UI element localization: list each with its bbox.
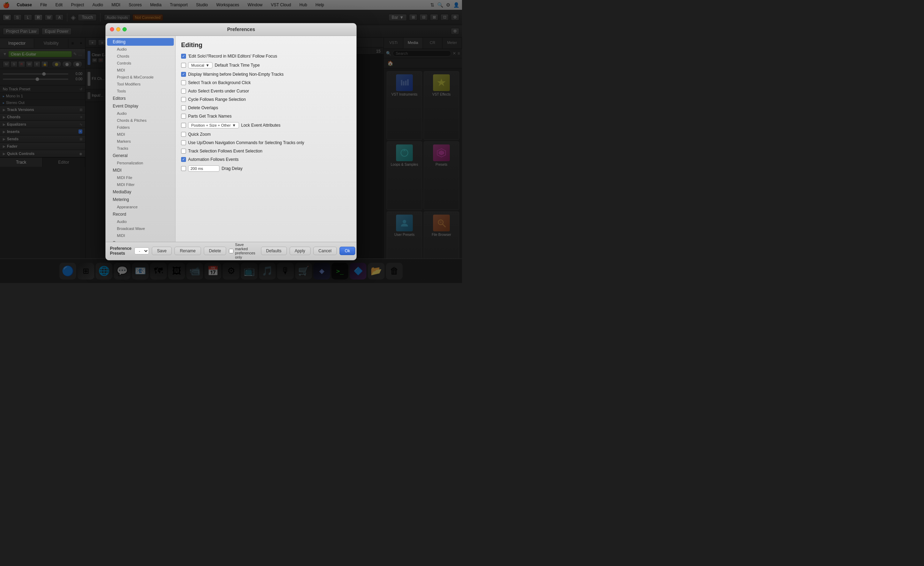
checkbox-automation-follows[interactable]: ✓ (181, 157, 186, 162)
pref-markers[interactable]: Markers (107, 138, 174, 145)
pref-row-track-sel-follows: Track Selection Follows Event Selection (181, 149, 351, 153)
dialog-overlay: Preferences Editing Audio Chords Control… (0, 0, 462, 283)
save-marked-label[interactable]: Save marked preferences only (229, 243, 255, 259)
pref-evd-midi[interactable]: MIDI (107, 131, 174, 138)
checkbox-up-down-nav[interactable] (181, 140, 186, 145)
label-delete-overlaps: Delete Overlaps (188, 105, 218, 110)
pref-personalization[interactable]: Personalization (107, 159, 174, 167)
dialog-window-controls (110, 27, 127, 32)
pref-row-automation-follows: ✓ Automation Follows Events (181, 157, 351, 162)
label-display-warning: Display Warning before Deleting Non-Empt… (188, 72, 284, 77)
label-quick-zoom: Quick Zoom (188, 132, 211, 137)
dropdown-position-value: Position + Size + Other (191, 123, 231, 128)
pref-row-lock-event: Position + Size + Other ▼ Lock Event Att… (181, 122, 351, 128)
checkbox-lock-event[interactable] (181, 123, 186, 128)
pref-record[interactable]: Record (107, 210, 174, 218)
dialog-title: Preferences (130, 27, 352, 32)
rename-preset-btn[interactable]: Rename (174, 247, 201, 255)
pref-editing[interactable]: Editing (107, 38, 174, 46)
preferences-main-content: Editing ✓ 'Edit Solo'/'Record in MIDI Ed… (176, 36, 356, 242)
pref-evd-audio[interactable]: Audio (107, 110, 174, 117)
editing-section-title: Editing (181, 42, 351, 49)
input-drag-delay[interactable] (188, 165, 219, 172)
checkbox-display-warning[interactable]: ✓ (181, 72, 186, 77)
pref-midi-sub[interactable]: MIDI (107, 67, 174, 74)
defaults-btn[interactable]: Defaults (261, 247, 287, 255)
checkbox-drag-delay[interactable] (181, 166, 186, 171)
pref-row-edit-solo: ✓ 'Edit Solo'/'Record in MIDI Editors' F… (181, 54, 351, 59)
dialog-body: Editing Audio Chords Controls MIDI Proje… (106, 36, 356, 242)
pref-row-quick-zoom: Quick Zoom (181, 132, 351, 137)
maximize-button[interactable] (123, 27, 127, 32)
checkbox-delete-overlaps[interactable] (181, 105, 186, 110)
label-drag-delay: Drag Delay (222, 166, 243, 171)
pref-midi-filter[interactable]: MIDI Filter (107, 181, 174, 188)
checkbox-edit-solo[interactable]: ✓ (181, 54, 186, 59)
dropdown-musical-value: Musical (191, 63, 204, 68)
pref-rec-audio[interactable]: Audio (107, 218, 174, 225)
checkbox-track-sel-follows[interactable] (181, 149, 186, 153)
label-edit-solo: 'Edit Solo'/'Record in MIDI Editors' Fol… (188, 54, 277, 59)
pref-row-parts-names: Parts Get Track Names (181, 114, 351, 119)
pref-tracks[interactable]: Tracks (107, 145, 174, 152)
save-marked-checkbox[interactable] (229, 249, 234, 253)
label-track-time: Default Track Time Type (214, 63, 260, 68)
label-parts-names: Parts Get Track Names (188, 114, 232, 119)
checkbox-select-track[interactable] (181, 80, 186, 85)
label-automation-follows: Automation Follows Events (188, 157, 238, 162)
dropdown-musical[interactable]: Musical ▼ (188, 62, 213, 68)
dialog-titlebar: Preferences (106, 23, 356, 36)
apply-btn[interactable]: Apply (290, 247, 310, 255)
pref-row-cycle-follows: Cycle Follows Range Selection (181, 97, 351, 102)
checkbox-cycle-follows[interactable] (181, 97, 186, 102)
ok-btn[interactable]: Ok (339, 247, 355, 255)
pref-row-up-down-nav: Use Up/Down Navigation Commands for Sele… (181, 140, 351, 145)
minimize-button[interactable] (116, 27, 120, 32)
pref-project-mix[interactable]: Project & MixConsole (107, 74, 174, 81)
close-button[interactable] (110, 27, 114, 32)
label-select-track: Select Track on Background Click (188, 80, 250, 85)
pref-editors[interactable]: Editors (107, 95, 174, 102)
pref-row-select-track: Select Track on Background Click (181, 80, 351, 85)
pref-metering[interactable]: Metering (107, 196, 174, 203)
pref-rec-midi[interactable]: MIDI (107, 232, 174, 239)
delete-preset-btn[interactable]: Delete (204, 247, 226, 255)
label-lock-event: Lock Event Attributes (241, 123, 280, 128)
checkbox-track-time[interactable] (181, 63, 186, 68)
pref-row-track-time: Musical ▼ Default Track Time Type (181, 62, 351, 68)
label-cycle-follows: Cycle Follows Range Selection (188, 97, 246, 102)
pref-controls[interactable]: Controls (107, 60, 174, 67)
dropdown-position-arrow: ▼ (232, 123, 236, 128)
pref-chords[interactable]: Chords (107, 53, 174, 60)
pref-mediabay[interactable]: MediaBay (107, 188, 174, 196)
preference-presets-label: Preference Presets (110, 246, 132, 256)
checkbox-auto-select[interactable] (181, 89, 186, 93)
save-preset-btn[interactable]: Save (152, 247, 172, 255)
pref-event-display[interactable]: Event Display (107, 102, 174, 110)
preferences-dialog: Preferences Editing Audio Chords Control… (105, 23, 357, 260)
pref-midi-file[interactable]: MIDI File (107, 174, 174, 181)
pref-row-delete-overlaps: Delete Overlaps (181, 105, 351, 110)
pref-tool-modifiers[interactable]: Tool Modifiers (107, 81, 174, 88)
pref-row-auto-select: Auto Select Events under Cursor (181, 89, 351, 93)
dropdown-musical-arrow: ▼ (206, 63, 209, 68)
pref-scores[interactable]: Scores (107, 239, 174, 242)
label-auto-select: Auto Select Events under Cursor (188, 89, 249, 93)
pref-general[interactable]: General (107, 152, 174, 159)
pref-folders[interactable]: Folders (107, 124, 174, 131)
checkbox-parts-names[interactable] (181, 114, 186, 119)
pref-audio[interactable]: Audio (107, 46, 174, 53)
pref-midi[interactable]: MIDI (107, 167, 174, 174)
preferences-sidebar: Editing Audio Chords Controls MIDI Proje… (106, 36, 176, 242)
pref-row-drag-delay: Drag Delay (181, 165, 351, 172)
pref-chords-pitches[interactable]: Chords & Pitches (107, 117, 174, 124)
pref-appearance[interactable]: Appearance (107, 203, 174, 210)
pref-tools[interactable]: Tools (107, 88, 174, 95)
dropdown-position-size[interactable]: Position + Size + Other ▼ (188, 122, 239, 128)
dialog-footer: Preference Presets - Save Rename Delete … (106, 242, 356, 260)
preset-select[interactable]: - (134, 248, 149, 254)
cancel-btn[interactable]: Cancel (314, 247, 337, 255)
checkbox-quick-zoom[interactable] (181, 132, 186, 137)
pref-broadcast-wave[interactable]: Broadcast Wave (107, 225, 174, 232)
label-track-sel-follows: Track Selection Follows Event Selection (188, 149, 262, 153)
